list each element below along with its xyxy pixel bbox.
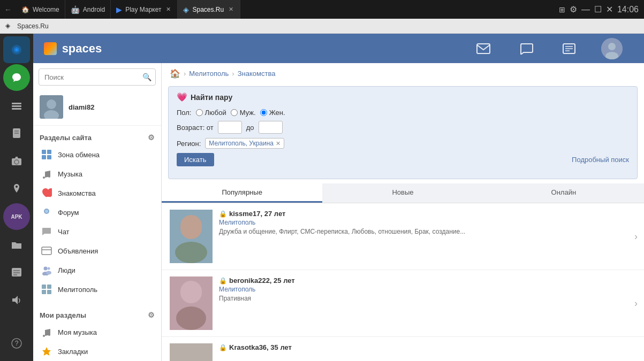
maximize-button[interactable]: ☐ (594, 4, 602, 14)
sidebar-help-btn[interactable]: ? (3, 330, 30, 357)
welcome-icon: 🏠 (21, 6, 29, 13)
age-row: Возраст: от до (177, 121, 629, 134)
search-button[interactable]: Искать (177, 153, 214, 166)
sidebar-list-btn[interactable] (3, 259, 30, 286)
sidebar-item-chat[interactable]: Чат (33, 222, 161, 241)
sidebar-book-btn[interactable] (3, 120, 30, 147)
network-icon[interactable]: ⊞ (559, 5, 565, 14)
sidebar-camera-btn[interactable] (3, 148, 30, 174)
svg-rect-43 (42, 285, 46, 289)
sidebar-apk-btn[interactable]: APK (3, 203, 30, 230)
sidebar-item-melitopol[interactable]: Мелитополь (33, 280, 161, 299)
minimize-button[interactable]: — (581, 5, 590, 14)
region-tag: Мелитополь, Украина ✕ (205, 138, 284, 149)
spaces-logo[interactable]: spaces (44, 42, 102, 56)
main-container: APK ? spaces (0, 34, 644, 361)
sidebar-item-music[interactable]: Музыка (33, 164, 161, 183)
search-input[interactable] (39, 68, 156, 86)
svg-text:?: ? (15, 340, 19, 347)
result-item-kissme17[interactable]: 🔒 kissme17, 27 лет Мелитополь Дружба и о… (162, 203, 644, 270)
gender-male-radio[interactable] (231, 109, 238, 116)
svg-rect-5 (12, 108, 21, 110)
user-profile[interactable]: diami82 (33, 91, 161, 126)
melitopol-icon (41, 283, 52, 295)
sidebar-folder-btn[interactable] (3, 231, 30, 258)
result-item-beronika222[interactable]: 🔒 beronika222, 25 лет Мелитополь Пративн… (162, 270, 644, 337)
nav-mail[interactable] (462, 34, 505, 63)
close-play-tab[interactable]: ✕ (164, 6, 172, 13)
sidebar-item-exchange[interactable]: Зона обмена (33, 145, 161, 164)
svg-rect-30 (47, 150, 51, 154)
gender-female[interactable]: Жен. (260, 109, 285, 117)
dating-label: Знакомства (58, 189, 96, 197)
result-item-krasotka36[interactable]: 🔒 Krasotka36, 35 лет › (162, 337, 644, 361)
sidebar-location-btn[interactable] (3, 175, 30, 202)
gender-male[interactable]: Муж. (231, 109, 256, 117)
taskbar-controls: ⊞ ⚙ — ☐ ✕ 14:06 (559, 4, 644, 14)
tab-play[interactable]: ▶ Play Маркет ✕ (111, 0, 178, 19)
close-spaces-tab[interactable]: ✕ (227, 6, 234, 13)
star-icon (41, 345, 52, 357)
gender-any-radio[interactable] (196, 109, 203, 116)
advanced-search-link[interactable]: Подробный поиск (572, 156, 629, 164)
nav-chat[interactable] (505, 34, 548, 63)
breadcrumb-melitopol[interactable]: Мелитополь (189, 70, 229, 78)
sidebar-item-ads[interactable]: Объявления (33, 241, 161, 260)
tab-android[interactable]: 🤖 Android (65, 0, 111, 19)
spaces-logo-icon (44, 42, 57, 55)
home-breadcrumb-icon[interactable]: 🏠 (170, 68, 180, 79)
tab-online[interactable]: Онлайн (483, 183, 644, 203)
nav-avatar[interactable] (590, 34, 633, 63)
breadcrumb-dating[interactable]: Знакомства (238, 70, 276, 78)
result-city-beronika222: Мелитополь (219, 286, 636, 293)
site-sections-gear[interactable]: ⚙ (148, 133, 155, 142)
svg-rect-37 (42, 247, 51, 255)
sidebar-item-bookmarks[interactable]: Закладки (33, 342, 161, 361)
result-arrow-kissme17: › (634, 231, 638, 242)
sidebar-item-dating[interactable]: Знакомства (33, 183, 161, 203)
tab-popular[interactable]: Популярные (162, 183, 322, 203)
svg-point-54 (175, 242, 207, 263)
gender-female-radio[interactable] (260, 109, 267, 116)
breadcrumb-sep1: › (184, 70, 186, 78)
gender-row: Пол: Любой Муж. Жен. (177, 109, 629, 117)
age-to-input[interactable] (259, 121, 283, 134)
region-row: Регион: Мелитополь, Украина ✕ (177, 138, 629, 149)
exchange-icon (41, 149, 52, 160)
result-name-krasotka36: 🔒 Krasotka36, 35 лет (219, 343, 636, 351)
sidebar-speaker-btn[interactable] (3, 287, 30, 313)
tab-new[interactable]: Новые (322, 183, 483, 203)
age-from-input[interactable] (218, 121, 242, 134)
sidebar-item-mymusic[interactable]: Моя музыка (33, 322, 161, 342)
my-sections-gear[interactable]: ⚙ (148, 311, 155, 319)
android-icon: 🤖 (71, 5, 80, 14)
sidebar-item-people[interactable]: Люди (33, 260, 161, 280)
spaces-tab-icon: ◈ (183, 5, 189, 14)
sidebar-item-forum[interactable]: Форум (33, 203, 161, 222)
nav-news[interactable] (548, 34, 590, 63)
play-icon: ▶ (116, 5, 122, 14)
main-content: 🏠 › Мелитополь › Знакомства 💗 Найти пару (162, 63, 644, 361)
settings-icon[interactable]: ⚙ (570, 4, 577, 14)
lock-icon-kissme17: 🔒 (219, 210, 227, 218)
sidebar-layers-btn[interactable] (3, 92, 30, 119)
svg-point-2 (16, 49, 18, 51)
people-label: Люди (58, 266, 75, 274)
chat-label: Чат (58, 228, 70, 236)
result-city-kissme17: Мелитополь (219, 219, 636, 226)
svg-point-34 (48, 175, 50, 178)
svg-rect-45 (42, 290, 46, 294)
clock: 14:06 (617, 5, 639, 14)
lock-icon-beronika222: 🔒 (219, 277, 227, 285)
sidebar-wifi-btn[interactable] (3, 36, 30, 63)
result-name-kissme17: 🔒 kissme17, 27 лет (219, 210, 636, 218)
tab-spaces[interactable]: ◈ Spaces.Ru ✕ (178, 0, 240, 19)
close-window-button[interactable]: ✕ (606, 4, 613, 14)
back-button[interactable]: ← (0, 0, 16, 19)
region-remove-btn[interactable]: ✕ (276, 140, 281, 147)
gender-any[interactable]: Любой (196, 109, 226, 117)
tab-welcome[interactable]: 🏠 spaces Welcome (16, 0, 65, 19)
result-info-krasotka36: 🔒 Krasotka36, 35 лет (219, 343, 636, 351)
sidebar-chat-btn[interactable] (3, 64, 30, 91)
svg-rect-46 (47, 290, 51, 294)
